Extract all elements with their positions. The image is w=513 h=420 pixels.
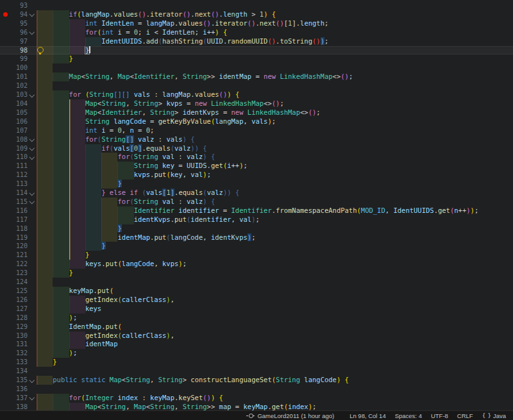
code-line[interactable]: 137 for(Integer index : keyMap.keySet())… [0, 394, 513, 403]
line-number[interactable]: 133 [10, 358, 28, 367]
line-number[interactable]: 107 [10, 126, 28, 135]
line-number[interactable]: 98 [10, 46, 28, 55]
breakpoint-margin[interactable] [0, 19, 10, 28]
line-number[interactable]: 128 [10, 314, 28, 323]
breakpoint-margin[interactable] [0, 403, 10, 410]
code-line-text[interactable]: Map<String, String> kvps = new LinkedHas… [37, 99, 513, 108]
code-line-text[interactable]: for(String val : valz) { [37, 153, 513, 162]
code-line-text[interactable]: identMap [37, 340, 513, 349]
code-line-text[interactable]: keyMap.put( [37, 287, 513, 296]
chevron-down-icon[interactable] [29, 199, 35, 204]
code-line[interactable]: 105 Map<Identifier, String> identKvps = … [0, 108, 513, 117]
breakpoint-margin[interactable] [0, 296, 10, 305]
code-line[interactable]: 117 identKvps.put(identifier, val); [0, 215, 513, 224]
breakpoint-margin[interactable] [0, 90, 10, 99]
code-line[interactable]: 96 for(int i = 0; i < IdentLen; i++) { [0, 28, 513, 37]
code-line-text[interactable]: keys.put(langCode, kvps); [37, 260, 513, 269]
chevron-down-icon[interactable] [29, 377, 35, 382]
code-line-text[interactable]: } [37, 242, 513, 251]
line-number[interactable]: 137 [10, 394, 28, 403]
code-line[interactable]: 125 keyMap.put( [0, 287, 513, 296]
code-line-text[interactable]: } [37, 55, 513, 63]
line-number[interactable]: 127 [10, 305, 28, 314]
code-line-text[interactable]: identMap.put(langCode, identKvps); [37, 233, 513, 242]
code-line[interactable]: 126 getIndex(callerClass), [0, 296, 513, 305]
breakpoint-margin[interactable] [0, 72, 10, 81]
code-line[interactable]: 116 Identifier identifier = Identifier.f… [0, 206, 513, 215]
code-line-text[interactable]: for(int i = 0; i < IdentLen; i++) { [37, 28, 513, 37]
code-line[interactable]: 112 kvps.put(key, val); [0, 171, 513, 180]
chevron-down-icon[interactable] [29, 12, 35, 17]
code-line-text[interactable]: if(vals[0].equals(valz)) { [37, 144, 513, 153]
breakpoint-margin[interactable] [0, 358, 10, 367]
line-number[interactable]: 130 [10, 332, 28, 340]
code-line[interactable]: 131 identMap [0, 340, 513, 349]
code-line[interactable]: 111 String key = UUIDS.get(i++); [0, 162, 513, 171]
line-number[interactable]: 116 [10, 206, 28, 215]
breakpoint-margin[interactable] [0, 242, 10, 251]
line-number[interactable]: 119 [10, 233, 28, 242]
breakpoint-margin[interactable] [0, 233, 10, 242]
line-number[interactable]: 101 [10, 72, 28, 81]
breakpoint-margin[interactable] [0, 269, 10, 278]
code-line[interactable]: 102 [0, 81, 513, 90]
code-line-text[interactable]: Identifier identifier = Identifier.fromN… [37, 206, 513, 215]
code-line[interactable]: 122 keys.put(langCode, kvps); [0, 260, 513, 269]
code-line[interactable]: 128 ); [0, 314, 513, 323]
code-line-text[interactable]: if(langMap.values().iterator().next().le… [37, 10, 513, 19]
code-line-text[interactable]: kvps.put(key, val); [37, 171, 513, 180]
line-number[interactable]: 135 [10, 376, 28, 385]
line-number[interactable]: 129 [10, 323, 28, 332]
line-number[interactable]: 100 [10, 63, 28, 72]
code-line-text[interactable]: } [37, 46, 513, 55]
code-line-text[interactable]: ); [37, 314, 513, 323]
code-line-text[interactable]: keys [37, 305, 513, 314]
breakpoint-margin[interactable] [0, 135, 10, 144]
status-indentation[interactable]: Spaces: 4 [391, 411, 426, 420]
code-line-text[interactable]: IdentMap.put( [37, 323, 513, 332]
code-line[interactable]: 104 Map<String, String> kvps = new Linke… [0, 99, 513, 108]
code-line-text[interactable]: IdentUUIDS.add(hashString(UUID.randomUUI… [37, 37, 513, 46]
breakpoint-margin[interactable] [0, 63, 10, 72]
code-line[interactable]: 113 } [0, 180, 513, 189]
code-line-text[interactable] [37, 385, 513, 394]
breakpoint-margin[interactable] [0, 171, 10, 180]
status-cursor-position[interactable]: Ln 98, Col 14 [345, 411, 391, 420]
line-number[interactable]: 105 [10, 108, 28, 117]
code-line-text[interactable]: getIndex(callerClass), [37, 332, 513, 340]
code-line-text[interactable] [37, 63, 513, 72]
code-line[interactable]: 101 Map<String, Map<Identifier, String>>… [0, 72, 513, 81]
line-number[interactable]: 99 [10, 55, 28, 63]
code-line[interactable]: 130 getIndex(callerClass), [0, 332, 513, 340]
line-number[interactable]: 136 [10, 385, 28, 394]
line-number[interactable]: 103 [10, 90, 28, 99]
code-line-text[interactable]: for(String val : valz) { [37, 197, 513, 206]
code-line[interactable]: 103 for (String[][] vals : langMap.value… [0, 90, 513, 99]
status-language-mode[interactable]: { }Java [478, 411, 510, 420]
breakpoint-margin[interactable] [0, 349, 10, 358]
code-line-text[interactable]: Map<String, Map<String, String>> map = k… [37, 403, 513, 410]
line-number[interactable]: 134 [10, 367, 28, 376]
code-line[interactable]: 119 identMap.put(langCode, identKvps); [0, 233, 513, 242]
code-line[interactable]: 129 IdentMap.put( [0, 323, 513, 332]
code-line[interactable]: 97 IdentUUIDS.add(hashString(UUID.random… [0, 37, 513, 46]
line-number[interactable]: 97 [10, 37, 28, 46]
code-line-text[interactable]: for(Integer index : keyMap.keySet()) { [37, 394, 513, 403]
code-line[interactable]: 95 int IdentLen = langMap.values().itera… [0, 19, 513, 28]
code-line[interactable]: 123 } [0, 269, 513, 278]
breakpoint-margin[interactable] [0, 162, 10, 171]
code-line-text[interactable]: int i = 0, n = 0; [37, 126, 513, 135]
line-number[interactable]: 102 [10, 81, 28, 90]
code-line[interactable]: 93 [0, 1, 513, 10]
breakpoint-margin[interactable] [0, 224, 10, 233]
line-number[interactable]: 115 [10, 197, 28, 206]
code-line-text[interactable]: for (String[][] vals : langMap.values())… [37, 90, 513, 99]
code-line-text[interactable]: } [37, 224, 513, 233]
breakpoint-margin[interactable] [0, 206, 10, 215]
code-line[interactable]: 136 [0, 385, 513, 394]
line-number[interactable]: 126 [10, 296, 28, 305]
code-line-text[interactable]: identKvps.put(identifier, val); [37, 215, 513, 224]
code-line[interactable]: 108 for(String[] valz : vals) { [0, 135, 513, 144]
breakpoint-margin[interactable] [0, 153, 10, 162]
code-editor[interactable]: 9394 if(langMap.values().iterator().next… [0, 0, 513, 410]
